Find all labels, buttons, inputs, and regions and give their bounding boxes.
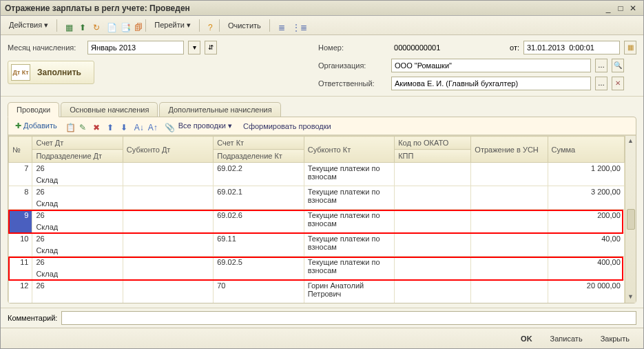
resp-select-button[interactable]: … (595, 77, 607, 90)
all-postings-button[interactable]: Все проводки ▾ (176, 120, 235, 132)
ok-button[interactable]: OK (517, 332, 537, 345)
tab-main-accruals[interactable]: Основные начисления (61, 102, 158, 117)
cell-subk-kt[interactable]: Текущие платежи по взносам (304, 233, 394, 257)
col-podr-kt[interactable]: Подразделение Кт (214, 150, 304, 163)
cell-sum[interactable]: 200,00 (548, 210, 624, 233)
tab-postings[interactable]: Проводки (8, 102, 59, 117)
doc3-icon[interactable]: 🗐 (130, 20, 141, 31)
tab-additional-accruals[interactable]: Дополнительные начисления (159, 102, 280, 117)
cell-subk-kt[interactable]: Текущие платежи по взносам (304, 210, 394, 233)
col-kpp[interactable]: КПП (395, 150, 471, 163)
cell-subk-kt[interactable]: Текущие платежи по взносам (304, 163, 394, 186)
scroll-up-icon[interactable]: ▲ (627, 137, 635, 146)
close-form-button[interactable]: Закрыть (596, 332, 634, 345)
clip-icon[interactable]: 📎 (162, 121, 173, 132)
table-row[interactable]: 92669.02.6Текущие платежи по взносам200,… (9, 210, 636, 221)
cell-sum[interactable]: 40,00 (548, 233, 624, 257)
cell-podr-dt[interactable]: Склад (32, 245, 123, 257)
scroll-thumb[interactable] (627, 209, 635, 230)
settings1-icon[interactable]: ≣ (274, 20, 285, 31)
cell-sum[interactable]: 20 000,00 (548, 280, 624, 303)
col-subk-dt[interactable]: Субконто Дт (123, 137, 213, 163)
goto-menu[interactable]: Перейти ▾ (150, 19, 195, 32)
cell-num[interactable]: 12 (9, 280, 32, 303)
cell-usn[interactable] (471, 257, 548, 280)
refresh-icon[interactable]: ↻ (89, 20, 100, 31)
cell-kpp[interactable] (395, 292, 471, 303)
table-row[interactable]: 102669.11Текущие платежи по взносам40,00 (9, 233, 636, 245)
cell-podr-kt[interactable] (214, 174, 304, 186)
cell-usn[interactable] (471, 186, 548, 210)
col-subk-kt[interactable]: Субконто Кт (304, 137, 394, 163)
cell-acct-dt[interactable]: 26 (32, 163, 123, 174)
postings-grid[interactable]: № Счет Дт Субконто Дт Счет Кт Субконто К… (8, 136, 636, 303)
cell-sum[interactable]: 1 200,00 (548, 163, 624, 186)
month-input[interactable] (87, 41, 184, 54)
table-row[interactable]: 82669.02.1Текущие платежи по взносам3 20… (9, 186, 636, 198)
cell-num[interactable]: 10 (9, 233, 32, 257)
cell-num[interactable]: 8 (9, 186, 32, 210)
cell-acct-kt[interactable]: 69.11 (214, 233, 304, 245)
cell-acct-kt[interactable]: 69.02.2 (214, 163, 304, 174)
cell-subk-dt[interactable] (123, 233, 213, 257)
col-num[interactable]: № (9, 137, 32, 163)
doc1-icon[interactable]: 📄 (103, 20, 114, 31)
generate-postings-button[interactable]: Сформировать проводки (240, 121, 334, 132)
doc2-icon[interactable]: 📑 (116, 20, 127, 31)
cell-acct-kt[interactable]: 69.02.1 (214, 186, 304, 198)
minimize-button[interactable]: _ (602, 3, 614, 13)
org-input[interactable] (391, 59, 591, 72)
settings2-icon[interactable]: ⋮≣ (288, 20, 299, 31)
cell-podr-kt[interactable] (214, 221, 304, 233)
org-open-button[interactable]: 🔍 (612, 59, 624, 72)
cell-acct-dt[interactable]: 26 (32, 210, 123, 221)
col-acct-kt[interactable]: Счет Кт (214, 137, 304, 150)
cell-subk-dt[interactable] (123, 210, 213, 233)
sortasc-icon[interactable]: A↓ (132, 121, 143, 132)
cell-usn[interactable] (471, 210, 548, 233)
cell-acct-kt[interactable]: 69.02.6 (214, 210, 304, 221)
cell-num[interactable]: 11 (9, 257, 32, 280)
table-row[interactable]: 112669.02.5Текущие платежи по взносам400… (9, 257, 636, 268)
col-okato[interactable]: Код по ОКАТО (395, 137, 471, 150)
close-button[interactable]: ✕ (627, 3, 639, 13)
cell-kpp[interactable] (395, 198, 471, 210)
cell-podr-kt[interactable] (214, 198, 304, 210)
cell-kpp[interactable] (395, 268, 471, 280)
cell-podr-kt[interactable] (214, 245, 304, 257)
cell-sum[interactable]: 400,00 (548, 257, 624, 280)
cell-subk-dt[interactable] (123, 280, 213, 303)
save-button[interactable]: Записать (546, 332, 587, 345)
date-input[interactable] (523, 41, 620, 54)
cell-sum[interactable]: 3 200,00 (548, 186, 624, 210)
scroll-down-icon[interactable]: ▼ (627, 293, 635, 301)
cell-subk-kt[interactable]: Текущие платежи по взносам (304, 257, 394, 280)
clear-button[interactable]: Очистить (224, 19, 265, 32)
cell-podr-kt[interactable] (214, 268, 304, 280)
col-summa[interactable]: Сумма (548, 137, 624, 163)
calendar-icon[interactable]: ▦ (624, 41, 636, 54)
cell-okato[interactable] (395, 210, 471, 221)
cell-usn[interactable] (471, 163, 548, 186)
maximize-button[interactable]: □ (614, 3, 627, 13)
cell-subk-kt[interactable]: Горин Анатолий Петрович (304, 280, 394, 303)
insert-icon[interactable]: 📋 (63, 121, 74, 132)
movedown-icon[interactable]: ⬇ (118, 121, 129, 132)
cell-podr-dt[interactable]: Склад (32, 174, 123, 186)
resp-input[interactable] (391, 77, 591, 90)
cell-subk-dt[interactable] (123, 186, 213, 210)
vertical-scrollbar[interactable]: ▲ ▼ (625, 136, 636, 303)
actions-menu[interactable]: Действия ▾ (5, 19, 52, 32)
cell-kpp[interactable] (395, 221, 471, 233)
cell-podr-dt[interactable]: Склад (32, 221, 123, 233)
edit-icon[interactable]: ✎ (76, 121, 87, 132)
delete-icon[interactable]: ✖ (90, 121, 101, 132)
cell-usn[interactable] (471, 280, 548, 303)
cell-subk-dt[interactable] (123, 257, 213, 280)
cell-acct-kt[interactable]: 70 (214, 280, 304, 292)
org-select-button[interactable]: … (595, 59, 607, 72)
cell-okato[interactable] (395, 163, 471, 174)
cell-kpp[interactable] (395, 174, 471, 186)
cell-usn[interactable] (471, 233, 548, 257)
cell-num[interactable]: 9 (9, 210, 32, 233)
